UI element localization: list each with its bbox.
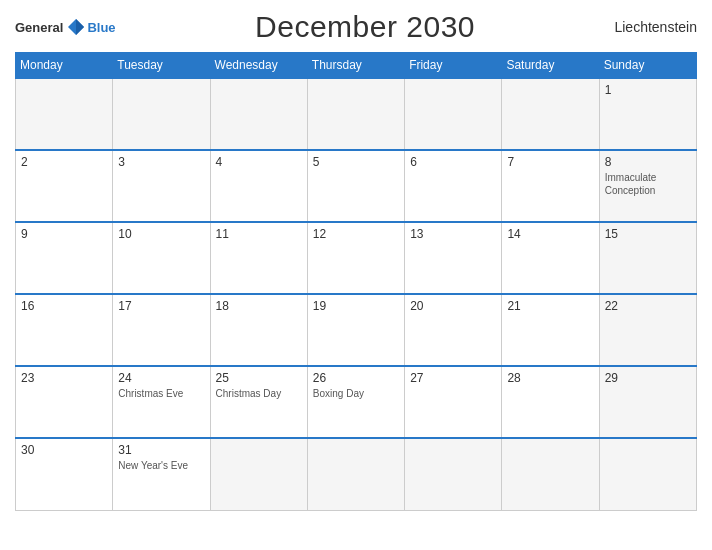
day-cell: 26Boxing Day <box>307 366 404 438</box>
header-friday: Friday <box>405 53 502 79</box>
day-number: 2 <box>21 155 107 169</box>
week-row-4: 2324Christmas Eve25Christmas Day26Boxing… <box>16 366 697 438</box>
day-cell: 5 <box>307 150 404 222</box>
week-row-2: 9101112131415 <box>16 222 697 294</box>
day-cell: 24Christmas Eve <box>113 366 210 438</box>
calendar-wrapper: General Blue December 2030 Liechtenstein… <box>0 0 712 550</box>
day-number: 13 <box>410 227 496 241</box>
day-cell: 15 <box>599 222 696 294</box>
holiday-name: Christmas Day <box>216 387 302 400</box>
day-cell <box>599 438 696 510</box>
day-number: 25 <box>216 371 302 385</box>
day-cell <box>113 78 210 150</box>
calendar-body: 12345678Immaculate Conception91011121314… <box>16 78 697 510</box>
day-number: 4 <box>216 155 302 169</box>
day-cell: 10 <box>113 222 210 294</box>
day-cell: 21 <box>502 294 599 366</box>
logo: General Blue <box>15 16 116 38</box>
day-cell: 29 <box>599 366 696 438</box>
day-cell: 18 <box>210 294 307 366</box>
day-cell: 23 <box>16 366 113 438</box>
week-row-1: 2345678Immaculate Conception <box>16 150 697 222</box>
day-cell <box>502 78 599 150</box>
day-cell: 9 <box>16 222 113 294</box>
day-number: 30 <box>21 443 107 457</box>
day-number: 6 <box>410 155 496 169</box>
day-cell <box>210 438 307 510</box>
calendar-title: December 2030 <box>255 10 475 44</box>
day-cell <box>210 78 307 150</box>
day-number: 24 <box>118 371 204 385</box>
day-number: 15 <box>605 227 691 241</box>
day-number: 26 <box>313 371 399 385</box>
day-cell: 13 <box>405 222 502 294</box>
country-name: Liechtenstein <box>614 19 697 35</box>
day-cell: 31New Year's Eve <box>113 438 210 510</box>
day-number: 1 <box>605 83 691 97</box>
day-number: 18 <box>216 299 302 313</box>
calendar-header: General Blue December 2030 Liechtenstein <box>15 10 697 44</box>
day-number: 29 <box>605 371 691 385</box>
day-number: 12 <box>313 227 399 241</box>
day-cell: 12 <box>307 222 404 294</box>
day-number: 31 <box>118 443 204 457</box>
day-number: 19 <box>313 299 399 313</box>
day-cell: 3 <box>113 150 210 222</box>
calendar-table: Monday Tuesday Wednesday Thursday Friday… <box>15 52 697 511</box>
day-number: 16 <box>21 299 107 313</box>
day-cell <box>405 78 502 150</box>
day-number: 11 <box>216 227 302 241</box>
logo-icon <box>65 16 87 38</box>
day-cell: 27 <box>405 366 502 438</box>
header-monday: Monday <box>16 53 113 79</box>
day-cell: 16 <box>16 294 113 366</box>
day-number: 20 <box>410 299 496 313</box>
day-cell: 4 <box>210 150 307 222</box>
day-cell: 30 <box>16 438 113 510</box>
day-cell: 11 <box>210 222 307 294</box>
day-cell <box>16 78 113 150</box>
day-number: 7 <box>507 155 593 169</box>
day-cell <box>307 438 404 510</box>
day-cell: 19 <box>307 294 404 366</box>
day-number: 8 <box>605 155 691 169</box>
header-saturday: Saturday <box>502 53 599 79</box>
day-cell <box>502 438 599 510</box>
day-cell: 17 <box>113 294 210 366</box>
svg-marker-1 <box>76 19 84 35</box>
holiday-name: Christmas Eve <box>118 387 204 400</box>
week-row-0: 1 <box>16 78 697 150</box>
day-cell <box>405 438 502 510</box>
day-number: 28 <box>507 371 593 385</box>
logo-general-text: General <box>15 20 63 35</box>
header-tuesday: Tuesday <box>113 53 210 79</box>
logo-blue-text: Blue <box>87 20 115 35</box>
week-row-5: 3031New Year's Eve <box>16 438 697 510</box>
day-cell: 7 <box>502 150 599 222</box>
day-cell: 22 <box>599 294 696 366</box>
week-row-3: 16171819202122 <box>16 294 697 366</box>
header-wednesday: Wednesday <box>210 53 307 79</box>
day-cell: 28 <box>502 366 599 438</box>
day-cell: 6 <box>405 150 502 222</box>
day-cell: 2 <box>16 150 113 222</box>
day-number: 23 <box>21 371 107 385</box>
day-number: 10 <box>118 227 204 241</box>
header-thursday: Thursday <box>307 53 404 79</box>
weekday-header-row: Monday Tuesday Wednesday Thursday Friday… <box>16 53 697 79</box>
day-cell: 1 <box>599 78 696 150</box>
holiday-name: Immaculate Conception <box>605 171 691 197</box>
day-number: 22 <box>605 299 691 313</box>
day-number: 14 <box>507 227 593 241</box>
day-cell: 8Immaculate Conception <box>599 150 696 222</box>
day-number: 17 <box>118 299 204 313</box>
day-cell: 14 <box>502 222 599 294</box>
holiday-name: New Year's Eve <box>118 459 204 472</box>
holiday-name: Boxing Day <box>313 387 399 400</box>
day-cell <box>307 78 404 150</box>
day-number: 27 <box>410 371 496 385</box>
day-cell: 20 <box>405 294 502 366</box>
header-sunday: Sunday <box>599 53 696 79</box>
day-number: 5 <box>313 155 399 169</box>
day-number: 21 <box>507 299 593 313</box>
